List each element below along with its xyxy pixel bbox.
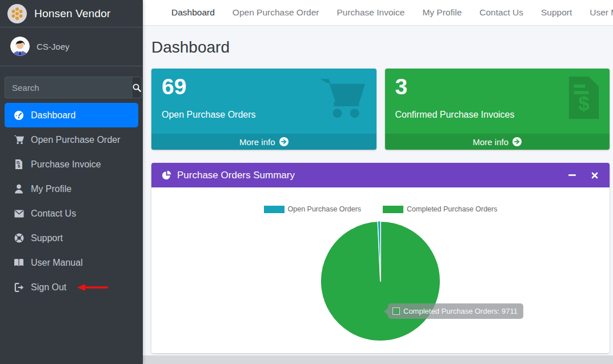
info-box-row: 69 Open Purchase Orders More info xyxy=(151,69,610,150)
close-icon xyxy=(591,172,598,179)
sign-out-icon xyxy=(13,283,25,292)
search-icon xyxy=(133,83,141,92)
nav-item-user-manual[interactable]: User Manual xyxy=(590,7,613,18)
card-header: Purchase Orders Summary xyxy=(151,163,610,187)
sidebar-item-label: Support xyxy=(31,233,63,243)
sidebar-item-sign-out[interactable]: Sign Out xyxy=(5,275,138,299)
tachometer-icon xyxy=(13,110,25,121)
svg-text:$: $ xyxy=(18,163,21,169)
avatar xyxy=(10,37,30,56)
nav-item-support[interactable]: Support xyxy=(541,7,572,18)
chart-pie-icon xyxy=(162,170,171,180)
sidebar-item-support[interactable]: Support xyxy=(5,226,138,250)
sidebar-search xyxy=(5,77,138,98)
legend-label: Open Purchase Orders xyxy=(288,205,362,213)
nav-item-open-purchase-order[interactable]: Open Purchase Order xyxy=(233,7,319,18)
legend-item-completed-purchase-orders[interactable]: Completed Purchase Orders xyxy=(383,205,497,213)
red-annotation-arrow xyxy=(77,283,110,291)
legend-label: Completed Purchase Orders xyxy=(407,205,497,213)
page-bottom-strip xyxy=(143,355,613,364)
tooltip-swatch xyxy=(392,307,400,315)
chart-tooltip: Completed Purchase Orders: 9711 xyxy=(388,303,523,319)
sidebar-item-label: Purchase Invoice xyxy=(31,159,101,170)
sidebar-item-open-purchase-order[interactable]: Open Purchase Order xyxy=(5,127,138,152)
arrow-circle-right-icon xyxy=(279,137,289,146)
sidebar-item-user-manual[interactable]: User Manual xyxy=(5,250,138,275)
sidebar-item-label: My Profile xyxy=(31,184,71,194)
sidebar-item-label: Sign Out xyxy=(31,282,66,293)
info-box-open-purchase-orders: 69 Open Purchase Orders More info xyxy=(151,69,376,150)
user-icon xyxy=(13,184,25,194)
sidebar-item-label: Contact Us xyxy=(31,209,76,219)
book-icon xyxy=(13,258,25,267)
user-name: CS-Joey xyxy=(37,42,70,51)
arrow-circle-right-icon xyxy=(512,137,522,146)
file-invoice-dollar-icon: $ xyxy=(13,159,25,169)
legend-swatch xyxy=(264,206,285,213)
sidebar: Honsen Vendor CS-Joey xyxy=(0,0,143,364)
nav-item-dashboard[interactable]: Dashboard xyxy=(171,7,215,18)
sidebar-item-label: Dashboard xyxy=(31,110,75,121)
more-info-label: More info xyxy=(472,137,508,147)
brand[interactable]: Honsen Vendor xyxy=(0,0,143,27)
sidebar-item-label: Open Purchase Order xyxy=(31,135,121,145)
shopping-cart-icon xyxy=(318,77,368,122)
navbar-links: Dashboard Open Purchase Order Purchase I… xyxy=(171,7,613,18)
card-tools xyxy=(567,171,599,180)
search-button[interactable] xyxy=(133,77,142,98)
purchase-orders-summary-card: Purchase Orders Summary Open Purchase Or… xyxy=(151,163,610,353)
content: Dashboard 69 Open Purchase Orders More i… xyxy=(143,26,613,355)
more-info-link[interactable]: More info xyxy=(151,134,376,150)
nav-item-my-profile[interactable]: My Profile xyxy=(422,7,462,18)
page-title: Dashboard xyxy=(151,38,610,57)
top-navbar: Dashboard Open Purchase Order Purchase I… xyxy=(143,0,613,26)
card-body: Open Purchase Orders Completed Purchase … xyxy=(151,187,610,353)
life-ring-icon xyxy=(13,233,25,243)
info-box-confirmed-purchase-invoices: 3 Confirmed Purchase Invoices $ More inf… xyxy=(385,69,610,150)
sidebar-item-label: User Manual xyxy=(31,258,83,268)
nav-item-purchase-invoice[interactable]: Purchase Invoice xyxy=(336,7,404,18)
minimize-button[interactable] xyxy=(567,171,576,180)
tooltip-text: Completed Purchase Orders: 9711 xyxy=(403,307,518,315)
more-info-label: More info xyxy=(239,137,275,147)
shopping-cart-icon xyxy=(13,135,25,145)
file-invoice-dollar-icon: $ xyxy=(566,77,602,121)
legend-swatch xyxy=(383,206,403,213)
sidebar-menu: Dashboard Open Purchase Order $ Purchase… xyxy=(0,103,143,299)
pie-chart[interactable] xyxy=(320,221,441,342)
honeycomb-logo-icon xyxy=(7,3,27,24)
envelope-icon xyxy=(13,210,25,218)
minus-icon xyxy=(568,174,576,176)
svg-text:$: $ xyxy=(578,92,589,114)
search-input[interactable] xyxy=(5,77,133,98)
sidebar-item-my-profile[interactable]: My Profile xyxy=(5,177,138,201)
sidebar-item-dashboard[interactable]: Dashboard xyxy=(5,103,138,127)
user-panel[interactable]: CS-Joey xyxy=(0,27,143,66)
legend-item-open-purchase-orders[interactable]: Open Purchase Orders xyxy=(264,205,362,213)
sidebar-item-contact-us[interactable]: Contact Us xyxy=(5,201,138,226)
nav-item-contact-us[interactable]: Contact Us xyxy=(479,7,523,18)
more-info-link[interactable]: More info xyxy=(385,134,610,150)
chart-legend: Open Purchase Orders Completed Purchase … xyxy=(151,187,610,213)
main-area: Dashboard Open Purchase Order Purchase I… xyxy=(143,0,613,364)
brand-title: Honsen Vendor xyxy=(34,7,111,20)
close-button[interactable] xyxy=(590,171,599,180)
sidebar-item-purchase-invoice[interactable]: $ Purchase Invoice xyxy=(5,152,138,177)
card-title: Purchase Orders Summary xyxy=(177,170,567,181)
